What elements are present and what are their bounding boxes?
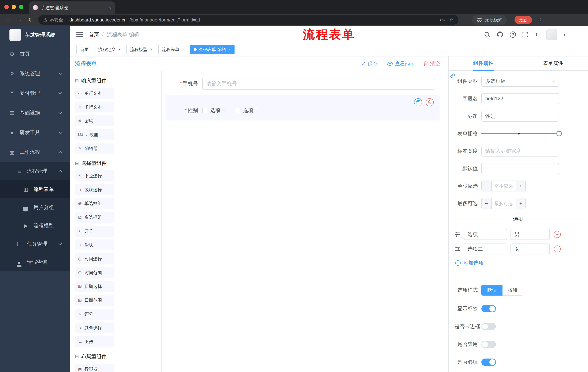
palette-item-rate[interactable]: ☆评分 [75, 309, 114, 319]
slider-handle[interactable] [556, 131, 562, 136]
sidebar-item-process-management[interactable]: ≣ 流程管理 [0, 162, 70, 180]
reload-icon[interactable]: ↻ [27, 17, 34, 23]
border-switch[interactable] [481, 323, 496, 330]
palette-item-select[interactable]: ⊚下拉选择 [75, 170, 114, 181]
option-2-value-input[interactable] [511, 244, 550, 255]
tag-close-icon[interactable]: × [118, 47, 121, 52]
palette-item-color-picker[interactable]: ◑颜色选择 [75, 322, 114, 333]
palette-item-counter[interactable]: 123计数器 [75, 129, 114, 140]
window-zoom-button[interactable] [19, 5, 23, 9]
field-gender-selected[interactable]: 性别 选项一 选项二 [166, 95, 440, 120]
tag-process-definition[interactable]: 流程定义 × [94, 45, 124, 54]
sidebar-item-infrastructure[interactable]: ▤ 基础设施 [0, 103, 70, 123]
form-grid-slider[interactable] [481, 128, 559, 139]
view-json-button[interactable]: 查看json [387, 60, 414, 67]
sidebar-item-leave-query[interactable]: 请假查询 [0, 253, 70, 271]
option-2-label-input[interactable] [463, 244, 507, 255]
sidebar-item-process-model[interactable]: ▶ 流程模型 [0, 217, 70, 235]
gender-option-1-checkbox[interactable]: 选项一 [202, 107, 226, 114]
github-icon[interactable] [497, 31, 504, 38]
help-icon[interactable]: ? [510, 32, 516, 38]
tag-process-form-edit[interactable]: 流程表单-编辑 × [190, 45, 235, 54]
default-value-input[interactable] [481, 163, 559, 174]
tag-close-icon[interactable]: × [229, 47, 231, 52]
forward-icon[interactable]: → [16, 17, 23, 23]
palette-item-multi-line-text[interactable]: ≡多行文本 [75, 102, 114, 112]
disabled-switch[interactable] [481, 341, 496, 348]
sidebar-item-home[interactable]: ⊙ 首页 [0, 44, 70, 64]
avatar-caret-icon[interactable]: ▾ [563, 32, 566, 37]
new-tab-button[interactable]: + [120, 3, 124, 11]
gender-option-2-checkbox[interactable]: 选项二 [235, 107, 258, 114]
sidebar-toggle-icon[interactable] [76, 32, 83, 37]
remove-option-button[interactable]: − [554, 245, 561, 252]
palette-item-editor[interactable]: ✎编辑器 [75, 143, 114, 154]
palette-item-password[interactable]: ⊠密码 [75, 115, 114, 126]
palette-item-checkbox-group[interactable]: ☑多选框组 [75, 212, 114, 223]
avatar[interactable] [546, 29, 557, 40]
key-icon[interactable] [440, 17, 445, 22]
breadcrumb-home[interactable]: 首页 [89, 31, 99, 38]
sidebar-item-workflow[interactable]: ▦ 工作流程 [0, 142, 70, 162]
save-button[interactable]: ✓ 保存 [361, 60, 378, 67]
browser-tab[interactable]: 芋道管理系统 × [29, 1, 115, 14]
palette-item-radio-group[interactable]: ◉单选框组 [75, 198, 114, 209]
sidebar-item-process-form[interactable]: ▥ 流程表单 [0, 180, 70, 198]
tag-home[interactable]: 首页 [76, 45, 92, 54]
sidebar-item-user-group[interactable]: 用户分组 [0, 198, 70, 217]
copy-component-button[interactable] [414, 98, 422, 106]
tab-component-properties[interactable]: 组件属性 [449, 56, 518, 70]
tag-process-form[interactable]: 流程表单 × [158, 45, 188, 54]
sidebar-item-payment-management[interactable]: ¥ 支付管理 [0, 83, 70, 103]
browser-menu-icon[interactable]: ⋮ [538, 17, 544, 23]
remove-option-button[interactable]: − [554, 231, 561, 238]
drag-handle-icon[interactable] [454, 232, 460, 237]
palette-item-time-range[interactable]: ◶时间范围 [75, 267, 114, 278]
decrease-button[interactable]: − [482, 181, 492, 191]
palette-item-slider[interactable]: ⊸滑块 [75, 240, 114, 250]
back-icon[interactable]: ← [4, 17, 12, 23]
show-label-switch[interactable] [481, 305, 496, 312]
min-select-value[interactable]: 至少应选 [492, 181, 515, 191]
option-1-label-input[interactable] [463, 229, 507, 240]
palette-item-cascader[interactable]: ⋔级联选择 [75, 184, 114, 195]
increase-button[interactable]: + [515, 198, 525, 209]
palette-item-date-picker[interactable]: ▦日期选择 [75, 281, 114, 292]
palette-item-row-container[interactable]: ▣行容器 [75, 364, 114, 372]
option-1-value-input[interactable] [511, 229, 550, 240]
sidebar-item-task-management[interactable]: ⊢ 任务管理 [0, 235, 70, 253]
palette-item-upload[interactable]: ☁上传 [75, 336, 114, 347]
decrease-button[interactable]: − [482, 198, 492, 209]
title-input[interactable] [481, 111, 559, 122]
max-select-value[interactable]: 最多可选 [492, 198, 515, 209]
clear-button[interactable]: 清空 [423, 60, 440, 67]
tab-close-icon[interactable]: × [108, 5, 111, 11]
label-width-input[interactable] [481, 146, 559, 157]
phone-input[interactable] [202, 78, 435, 90]
link-icon[interactable] [450, 73, 456, 80]
sidebar-item-system-management[interactable]: ⚙ 系统管理 [0, 64, 70, 83]
increase-button[interactable]: + [515, 181, 525, 191]
field-phone[interactable]: 手机号 [166, 78, 440, 90]
tab-form-properties[interactable]: 表单属性 [518, 56, 588, 70]
address-bar[interactable]: ⚠ 不安全 dashboard.yudao.iocoder.cn/bpm/man… [38, 15, 459, 25]
palette-item-switch[interactable]: ◐开关 [75, 226, 114, 237]
palette-item-time-picker[interactable]: ◷时间选择 [75, 253, 114, 264]
sidebar-item-dev-tools[interactable]: ▣ 研发工具 [0, 123, 70, 142]
window-minimize-button[interactable] [12, 5, 16, 9]
search-icon[interactable] [484, 31, 491, 38]
bookmark-star-icon[interactable]: ☆ [449, 17, 453, 22]
font-size-icon[interactable]: TT [535, 32, 540, 38]
security-chip[interactable]: ⚠ 不安全 [43, 17, 63, 23]
drag-handle-icon[interactable] [454, 246, 460, 252]
add-option-button[interactable]: + 添加选项 [455, 260, 588, 266]
field-name-input[interactable] [481, 93, 559, 104]
option-style-default-button[interactable]: 默认 [481, 285, 503, 296]
tag-process-model[interactable]: 流程模型 × [126, 45, 156, 54]
delete-component-button[interactable] [426, 98, 434, 106]
fullscreen-icon[interactable] [522, 32, 528, 38]
palette-item-single-line-text[interactable]: ▭单行文本 [75, 88, 114, 99]
tag-close-icon[interactable]: × [150, 47, 152, 52]
required-switch[interactable] [481, 359, 496, 366]
palette-item-date-range[interactable]: ▧日期范围 [75, 295, 114, 306]
